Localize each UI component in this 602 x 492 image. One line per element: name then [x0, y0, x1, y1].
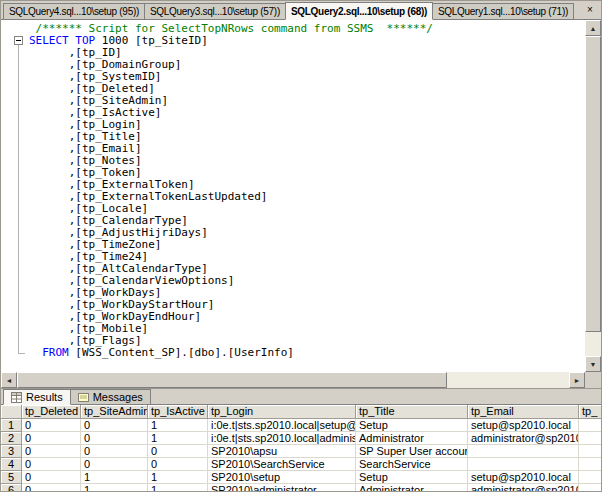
code-line: FROM [WSS_Content_SP].[dbo].[UserInfo]: [29, 347, 585, 359]
grid-cell[interactable]: SP2010\apsu: [208, 445, 356, 458]
row-number[interactable]: 2: [1, 432, 22, 445]
grid-cell[interactable]: SP2010\administrator: [208, 484, 356, 492]
grid-cell[interactable]: i:0e.t|sts.sp2010.local|setup@sp2010.loc…: [208, 419, 356, 432]
grid-cell[interactable]: SP Super User account: [356, 445, 468, 458]
grid-cell[interactable]: 0: [81, 432, 148, 445]
sql-editor[interactable]: /****** Script for SelectTopNRows comman…: [1, 20, 585, 372]
column-header-tp-deleted[interactable]: tp_Deleted: [22, 405, 81, 419]
row-number[interactable]: 5: [1, 471, 22, 484]
document-tab-sqlquery1[interactable]: SQLQuery1.sql...10\setup (71)): [432, 3, 574, 19]
row-number[interactable]: 3: [1, 445, 22, 458]
grid-header-row: tp_Deleted tp_SiteAdmin tp_IsActive tp_L…: [1, 405, 601, 419]
grid-cell[interactable]: SearchService: [356, 458, 468, 471]
grid-cell[interactable]: [579, 419, 601, 432]
document-tab-sqlquery3[interactable]: SQLQuery3.sql...10\setup (57)): [144, 3, 286, 19]
column-header-tp-truncated[interactable]: tp_: [579, 405, 601, 419]
grid-cell[interactable]: SP2010\setup: [208, 471, 356, 484]
grid-cell[interactable]: 1: [148, 484, 208, 492]
sql-keyword: FROM: [42, 346, 69, 359]
table-row: 2001i:0e.t|sts.sp2010.local|administrato…: [1, 432, 601, 445]
grid-cell[interactable]: 0: [22, 471, 81, 484]
grid-cell[interactable]: 0: [81, 445, 148, 458]
tab-results-label: Results: [26, 391, 63, 403]
sql-text: [WSS_Content_SP].[dbo].[UserInfo]: [69, 346, 294, 359]
scroll-down-icon[interactable]: ▼: [585, 356, 601, 372]
column-header-tp-login[interactable]: tp_Login: [208, 405, 356, 419]
row-number[interactable]: 1: [1, 419, 22, 432]
grid-cell[interactable]: i:0e.t|sts.sp2010.local|administrator@sp…: [208, 432, 356, 445]
grid-cell[interactable]: 0: [148, 458, 208, 471]
grid-cell[interactable]: Administrator: [356, 484, 468, 492]
grid-cell[interactable]: 1: [81, 484, 148, 492]
document-tabstrip: SQLQuery4.sql...10\setup (95)) SQLQuery3…: [1, 1, 601, 20]
column-header-tp-email[interactable]: tp_Email: [468, 405, 579, 419]
table-row: 4000SP2010\SearchServiceSearchService: [1, 458, 601, 471]
grid-cell[interactable]: 1: [148, 432, 208, 445]
results-tabstrip: Results Messages: [1, 388, 601, 405]
tab-messages[interactable]: Messages: [70, 389, 151, 404]
column-header-tp-isactive[interactable]: tp_IsActive: [148, 405, 208, 419]
horizontal-scroll-thumb[interactable]: [17, 372, 447, 388]
tab-results[interactable]: Results: [3, 389, 71, 405]
table-row: 6011SP2010\administratorAdministratoradm…: [1, 484, 601, 492]
outline-guide-end: [18, 353, 25, 354]
table-row: 5011SP2010\setupSetupsetup@sp2010.local: [1, 471, 601, 484]
document-tab-sqlquery4[interactable]: SQLQuery4.sql...10\setup (95)): [3, 3, 145, 19]
grid-cell[interactable]: Setup: [356, 419, 468, 432]
grid-cell[interactable]: 1: [148, 419, 208, 432]
row-number[interactable]: 6: [1, 484, 22, 492]
grid-cell[interactable]: Administrator: [356, 432, 468, 445]
grid-cell[interactable]: [579, 484, 601, 492]
ssms-query-window: SQLQuery4.sql...10\setup (95)) SQLQuery3…: [0, 0, 602, 492]
messages-icon: [78, 392, 89, 403]
results-grid: tp_Deleted tp_SiteAdmin tp_IsActive tp_L…: [1, 405, 601, 492]
scroll-right-icon[interactable]: ►: [569, 372, 585, 388]
outline-guide-line: [18, 45, 19, 354]
grid-cell[interactable]: [468, 445, 579, 458]
grid-cell[interactable]: setup@sp2010.local: [468, 471, 579, 484]
grid-cell[interactable]: 0: [148, 445, 208, 458]
grid-cell[interactable]: 0: [22, 445, 81, 458]
grid-cell[interactable]: 0: [22, 458, 81, 471]
scroll-left-icon[interactable]: ◄: [1, 372, 17, 388]
grid-cell[interactable]: 1: [81, 471, 148, 484]
results-grid-body: 1001i:0e.t|sts.sp2010.local|setup@sp2010…: [1, 419, 601, 492]
grid-cell[interactable]: SP2010\SearchService: [208, 458, 356, 471]
vertical-scrollbar[interactable]: ▲ ▼: [585, 20, 601, 372]
grid-cell[interactable]: [468, 458, 579, 471]
grid-cell[interactable]: [579, 458, 601, 471]
tab-messages-label: Messages: [93, 391, 143, 403]
grid-cell[interactable]: Setup: [356, 471, 468, 484]
document-tab-sqlquery2[interactable]: SQLQuery2.sql...10\setup (68)): [285, 2, 433, 20]
grid-cell[interactable]: administrator@sp2010.local: [468, 484, 579, 492]
grid-cell[interactable]: 0: [81, 458, 148, 471]
grid-cell[interactable]: administrator@sp2010.local: [468, 432, 579, 445]
grid-cell[interactable]: [579, 445, 601, 458]
column-header-tp-siteadmin[interactable]: tp_SiteAdmin: [81, 405, 148, 419]
grid-cell[interactable]: 0: [81, 419, 148, 432]
editor-pane: /****** Script for SelectTopNRows comman…: [1, 20, 601, 388]
row-number[interactable]: 4: [1, 458, 22, 471]
grid-cell[interactable]: 0: [22, 432, 81, 445]
corner-header-cell[interactable]: [1, 405, 22, 419]
table-row: 3000SP2010\apsuSP Super User account: [1, 445, 601, 458]
scroll-up-icon[interactable]: ▲: [585, 20, 601, 36]
sql-text: [29, 346, 42, 359]
grid-cell[interactable]: setup@sp2010.local: [468, 419, 579, 432]
results-grid-icon: [11, 392, 22, 403]
horizontal-scrollbar[interactable]: ◄ ►: [1, 372, 585, 388]
grid-cell[interactable]: 0: [22, 419, 81, 432]
close-document-icon[interactable]: ×: [583, 4, 597, 17]
grid-cell[interactable]: [579, 471, 601, 484]
grid-cell[interactable]: 1: [148, 471, 208, 484]
scrollbar-corner: [585, 372, 601, 388]
vertical-scroll-thumb[interactable]: [585, 36, 601, 332]
grid-cell[interactable]: 0: [22, 484, 81, 492]
column-header-tp-title[interactable]: tp_Title: [356, 405, 468, 419]
grid-cell[interactable]: [579, 432, 601, 445]
collapse-region-toggle-icon[interactable]: [14, 36, 23, 45]
table-row: 1001i:0e.t|sts.sp2010.local|setup@sp2010…: [1, 419, 601, 432]
